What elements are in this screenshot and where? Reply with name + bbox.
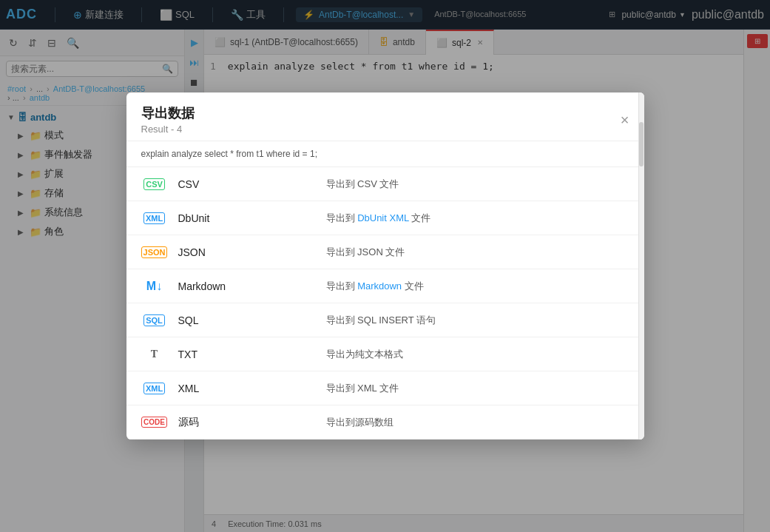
modal-title: 导出数据: [141, 104, 195, 122]
export-name-sql: SQL: [178, 314, 326, 326]
dbunit-icon: XML: [141, 205, 168, 232]
export-name-xml: XML: [178, 383, 326, 394]
export-desc-markdown: 导出到 Markdown 文件: [326, 280, 424, 293]
modal-header: 导出数据 Result - 4 ×: [126, 92, 644, 141]
export-sql-row[interactable]: SQL SQL 导出到 SQL INSERT 语句: [126, 303, 644, 337]
csv-icon: CSV: [141, 171, 168, 198]
modal-close-button[interactable]: ×: [621, 112, 629, 127]
modal-subtitle: Result - 4: [141, 124, 195, 135]
txt-icon: T: [141, 341, 168, 368]
export-csv-row[interactable]: CSV CSV 导出到 CSV 文件: [126, 167, 644, 201]
scrollbar-thumb: [639, 122, 644, 166]
export-dbunit-row[interactable]: XML DbUnit 导出到 DbUnit XML 文件: [126, 201, 644, 235]
export-modal: 导出数据 Result - 4 × explain analyze select…: [126, 92, 644, 440]
modal-title-area: 导出数据 Result - 4: [141, 104, 195, 135]
export-desc-code: 导出到源码数组: [326, 416, 394, 429]
modal-overlay[interactable]: 导出数据 Result - 4 × explain analyze select…: [0, 0, 770, 532]
export-xml-row[interactable]: XML XML 导出到 XML 文件: [126, 371, 644, 405]
markdown-icon: M↓: [141, 273, 168, 300]
export-markdown-row[interactable]: M↓ Markdown 导出到 Markdown 文件: [126, 269, 644, 303]
sql-icon: SQL: [141, 307, 168, 334]
export-desc-txt: 导出为纯文本格式: [326, 348, 403, 361]
export-desc-json: 导出到 JSON 文件: [326, 246, 405, 259]
json-icon: JSON: [141, 239, 168, 266]
modal-scrollbar[interactable]: [638, 92, 644, 440]
export-name-markdown: Markdown: [178, 280, 326, 292]
export-desc-sql: 导出到 SQL INSERT 语句: [326, 314, 436, 327]
export-name-txt: TXT: [178, 349, 326, 360]
export-desc-csv: 导出到 CSV 文件: [326, 178, 399, 191]
export-name-code: 源码: [178, 416, 326, 429]
export-txt-row[interactable]: T TXT 导出为纯文本格式: [126, 337, 644, 371]
export-code-row[interactable]: CODE 源码 导出到源码数组: [126, 405, 644, 440]
export-desc-xml: 导出到 XML 文件: [326, 382, 399, 395]
code-icon: CODE: [141, 409, 168, 436]
export-json-row[interactable]: JSON JSON 导出到 JSON 文件: [126, 235, 644, 269]
export-desc-dbunit: 导出到 DbUnit XML 文件: [326, 212, 431, 225]
xml-icon: XML: [141, 375, 168, 402]
export-name-csv: CSV: [178, 178, 326, 190]
export-name-dbunit: DbUnit: [178, 212, 326, 224]
export-name-json: JSON: [178, 246, 326, 258]
modal-body: CSV CSV 导出到 CSV 文件 XML DbUnit 导出到 DbUnit…: [126, 167, 644, 440]
modal-query: explain analyze select * from t1 where i…: [126, 141, 644, 167]
